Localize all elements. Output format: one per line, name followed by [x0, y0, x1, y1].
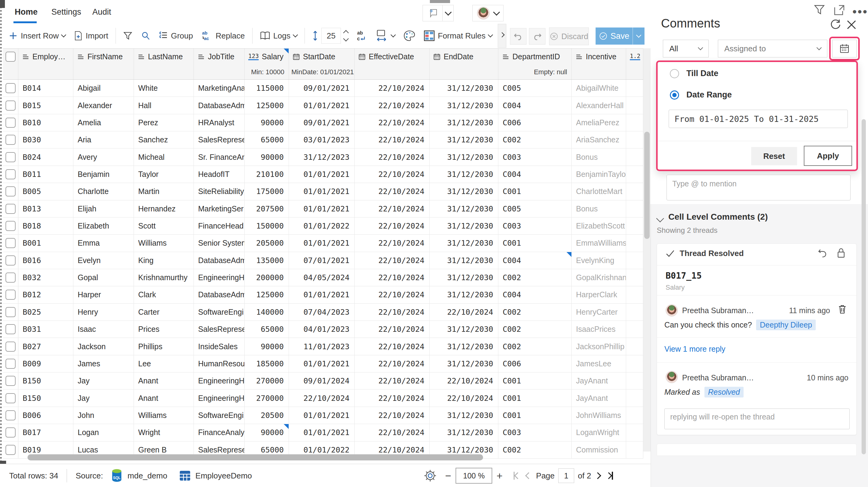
cell-incentive[interactable]: JayAnant — [572, 372, 626, 389]
cell-lastname[interactable]: Sanchez — [134, 131, 194, 148]
cell-departmentid[interactable]: C005 — [498, 200, 572, 217]
cell-t[interactable] — [626, 166, 643, 183]
cell-jobtitle[interactable]: HumanResou — [194, 355, 245, 372]
column-header-enddate[interactable]: EndDate — [430, 48, 498, 65]
cell-lastname[interactable]: Phillips — [134, 338, 194, 355]
table-row[interactable]: B011BenjaminTaylorHeadofIT21010001/01/20… — [3, 166, 643, 183]
cell-firstname[interactable]: Jay — [73, 390, 134, 407]
cell-startdate[interactable]: 04/01/2023 — [289, 321, 355, 337]
cell-t[interactable] — [626, 338, 643, 355]
cell-employeeid[interactable]: B009 — [18, 355, 73, 372]
cell-effectivedate[interactable]: 22/10/2024 — [355, 424, 430, 441]
cell-jobtitle[interactable]: SoftwareEngi — [194, 407, 245, 424]
cell-startdate[interactable]: 01/01/2021 — [289, 166, 355, 183]
cell-employeeid[interactable]: B005 — [18, 183, 73, 200]
cell-salary[interactable]: 65000 — [245, 321, 289, 337]
cell-salary[interactable]: 65000 — [245, 131, 289, 148]
till-date-option[interactable]: Till Date — [670, 69, 718, 78]
cell-jobtitle[interactable]: Sr. FinanceAn — [194, 149, 245, 165]
row-height-control[interactable]: 25 — [312, 28, 348, 44]
cell-employeeid[interactable]: B032 — [18, 269, 73, 286]
cell-incentive[interactable]: JacksonPhillip — [572, 338, 626, 355]
table-row[interactable]: B001EmmaWilliamsSenior System20500001/01… — [3, 235, 643, 252]
cell-lastname[interactable]: Wright — [134, 424, 194, 441]
cell-t[interactable] — [626, 252, 643, 269]
cell-incentive[interactable]: AriaSanchez — [572, 131, 626, 148]
cell-lastname[interactable]: Williams — [134, 407, 194, 424]
cell-departmentid[interactable]: C005 — [498, 80, 572, 97]
table-row[interactable]: B015AlexanderHallDatabaseAdm12500001/01/… — [3, 97, 643, 114]
cell-incentive[interactable]: Commission — [572, 442, 626, 458]
cell-incentive[interactable]: JohnWilliams — [572, 407, 626, 424]
save-button[interactable]: Save — [596, 28, 632, 44]
cell-salary[interactable]: 270000 — [245, 372, 289, 389]
cell-enddate[interactable]: 31/12/2030 — [430, 131, 498, 148]
cell-departmentid[interactable]: C002 — [498, 131, 572, 148]
cell-incentive[interactable]: AlexanderHall — [572, 97, 626, 113]
cell-effectivedate[interactable]: 22/10/2024 — [355, 252, 430, 269]
cell-t[interactable] — [626, 97, 643, 113]
undo-button[interactable] — [510, 28, 526, 44]
cell-firstname[interactable]: Jay — [73, 372, 134, 389]
cell-effectivedate[interactable]: 22/10/2024 — [355, 390, 430, 407]
row-checkbox[interactable] — [5, 186, 16, 196]
cell-firstname[interactable]: Elizabeth — [73, 218, 134, 234]
cell-jobtitle[interactable]: EngineeringH — [194, 269, 245, 286]
cell-jobtitle[interactable]: SalesReprese — [194, 321, 245, 337]
table-row[interactable]: B017LoganWrightFinanceAnaly9000001/01/20… — [3, 424, 643, 441]
grid-horizontal-scrollbar-thumb[interactable] — [28, 454, 483, 460]
cell-departmentid[interactable]: C003 — [498, 149, 572, 165]
cell-salary[interactable]: 270000 — [245, 390, 289, 407]
table-row[interactable]: B014AbigailWhiteMarketingAna11500009/01/… — [3, 80, 643, 97]
cell-enddate[interactable]: 31/12/2030 — [430, 149, 498, 165]
replace-button[interactable]: abac Replace — [202, 30, 245, 41]
cell-enddate[interactable]: 22/10/2024 — [430, 372, 498, 389]
cell-enddate[interactable]: 31/12/2030 — [430, 424, 498, 441]
cell-effectivedate[interactable]: 22/10/2024 — [355, 235, 430, 252]
cell-incentive[interactable]: BenjaminTaylo — [572, 166, 626, 183]
cell-employeeid[interactable]: B014 — [18, 80, 73, 97]
cell-employeeid[interactable]: B018 — [18, 218, 73, 234]
cell-startdate[interactable]: 22/10/2024 — [289, 390, 355, 407]
table-row[interactable]: B013ElijahHernandezMarketingSer20750001/… — [3, 200, 643, 218]
cell-incentive[interactable]: LoganWright — [572, 424, 626, 441]
cell-salary[interactable]: 20500 — [245, 407, 289, 424]
comment-composer-input[interactable]: Type @ to mention — [666, 175, 850, 200]
cell-employeeid[interactable]: B030 — [18, 131, 73, 148]
page-number-input[interactable]: 1 — [558, 468, 574, 483]
row-checkbox[interactable] — [5, 376, 16, 386]
cell-startdate[interactable]: 07/01/2021 — [289, 252, 355, 269]
cell-departmentid[interactable]: C004 — [498, 286, 572, 303]
grid-vertical-scrollbar[interactable] — [643, 48, 651, 452]
cell-employeeid[interactable]: B150 — [18, 372, 73, 389]
cell-salary[interactable]: 90000 — [245, 149, 289, 165]
cell-lastname[interactable]: Martin — [134, 183, 194, 200]
cell-departmentid[interactable]: C004 — [498, 97, 572, 113]
row-checkbox[interactable] — [5, 135, 16, 145]
cell-lastname[interactable]: King — [134, 252, 194, 269]
cell-employeeid[interactable]: B013 — [18, 200, 73, 217]
cell-startdate[interactable]: 11/01/2023 — [289, 338, 355, 355]
add-comment-split-button[interactable] — [423, 5, 454, 22]
cell-firstname[interactable]: Avery — [73, 149, 134, 165]
cell-level-comments-header[interactable]: Cell Level Comments (2) — [668, 212, 768, 222]
cell-effectivedate[interactable]: 22/10/2024 — [355, 304, 430, 321]
cell-lastname[interactable]: Lee — [134, 355, 194, 372]
format-rules-button[interactable]: Format Rules — [424, 30, 492, 41]
cell-enddate[interactable]: 31/12/2030 — [430, 235, 498, 252]
cell-salary[interactable]: 90000 — [245, 424, 289, 441]
cell-salary[interactable]: 207500 — [245, 200, 289, 217]
cell-effectivedate[interactable]: 22/10/2024 — [355, 200, 430, 217]
table-row[interactable]: B010AmeliaPerezHRAnalyst9000009/01/20212… — [3, 114, 643, 131]
cell-startdate[interactable]: 04/05/2024 — [289, 269, 355, 286]
cell-jobtitle[interactable]: Senior System — [194, 235, 245, 252]
cell-jobtitle[interactable]: SalesReprese — [194, 131, 245, 148]
date-range-option[interactable]: Date Range — [670, 90, 732, 100]
tab-home[interactable]: Home — [15, 7, 38, 17]
cell-enddate[interactable]: 31/12/2030 — [430, 252, 498, 269]
cell-enddate[interactable]: 31/12/2030 — [430, 114, 498, 131]
cell-enddate[interactable]: 31/12/2030 — [430, 407, 498, 424]
cell-effectivedate[interactable]: 22/10/2024 — [355, 80, 430, 97]
column-header-jobtitle[interactable]: JobTitle — [194, 48, 245, 65]
cell-lastname[interactable]: Prices — [134, 321, 194, 337]
